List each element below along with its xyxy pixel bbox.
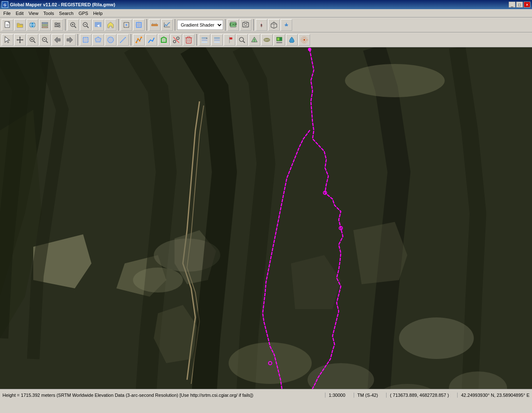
separator2	[118, 19, 119, 31]
svg-point-98	[254, 41, 255, 42]
pan-tool-button[interactable]	[14, 34, 26, 46]
3d-view-button[interactable]	[268, 19, 280, 31]
svg-text:G: G	[3, 3, 6, 7]
svg-line-64	[46, 41, 48, 43]
status-right: 1:30000 TM (S-42) ( 713673.889, 4682728.…	[325, 393, 530, 398]
menu-edit[interactable]: Edit	[13, 10, 26, 17]
route-path	[0, 47, 532, 401]
capture-screen-button[interactable]	[240, 19, 251, 31]
configure-button[interactable]	[52, 19, 63, 31]
svg-rect-103	[277, 38, 279, 40]
digitize-area-button[interactable]	[158, 34, 170, 46]
svg-marker-76	[161, 37, 166, 42]
svg-text:N: N	[261, 22, 262, 25]
menu-search[interactable]: Search	[57, 10, 76, 17]
back-view-button[interactable]	[52, 34, 63, 46]
title-bar: G Global Mapper v11.02 - REGISTERED (Ril…	[0, 0, 532, 9]
svg-rect-104	[280, 38, 282, 40]
menu-tools[interactable]: Tools	[41, 10, 57, 17]
find-feature-button[interactable]	[236, 34, 248, 46]
map-area[interactable]: Height = 1715.392 meters (SRTM Worldwide…	[0, 47, 532, 401]
svg-rect-93	[229, 37, 232, 39]
zoom-out-button[interactable]	[80, 19, 91, 31]
separator8	[131, 34, 131, 46]
sel-circle-button[interactable]	[105, 34, 116, 46]
menu-gps[interactable]: GPS	[76, 10, 91, 17]
svg-rect-87	[202, 42, 207, 43]
web-download-button[interactable]	[27, 19, 38, 31]
title-bar-left: G Global Mapper v11.02 - REGISTERED (Ril…	[2, 1, 115, 8]
sel-line-button[interactable]	[117, 34, 129, 46]
north-arrow-button[interactable]: N	[256, 19, 267, 31]
shader-dropdown[interactable]: Gradient Shader Atlas Shader Slope Shade…	[177, 20, 223, 30]
svg-marker-67	[67, 37, 73, 43]
zoom-sel-button[interactable]	[133, 19, 145, 31]
svg-rect-43	[244, 22, 247, 23]
close-button[interactable]: ✕	[524, 2, 530, 7]
svg-point-73	[137, 38, 139, 40]
svg-point-74	[139, 40, 140, 42]
menu-help[interactable]: Help	[91, 10, 105, 17]
terrain-paint-button[interactable]	[273, 34, 285, 46]
zoom-in-button[interactable]	[67, 19, 79, 31]
menu-view[interactable]: View	[26, 10, 41, 17]
fwd-view-button[interactable]	[64, 34, 76, 46]
svg-point-75	[140, 37, 142, 38]
svg-rect-105	[276, 42, 282, 43]
svg-point-28	[126, 24, 127, 26]
watershed-button[interactable]	[286, 34, 298, 46]
move-up-button[interactable]	[199, 34, 210, 46]
contour-button[interactable]	[261, 34, 273, 46]
svg-line-71	[120, 37, 126, 43]
digitize-line-button[interactable]	[145, 34, 157, 46]
overlay-control-button[interactable]	[39, 19, 51, 31]
flight-sim-button[interactable]	[281, 19, 292, 31]
zoom-home-button[interactable]	[105, 19, 116, 31]
svg-rect-86	[202, 39, 207, 41]
lidar-button[interactable]	[298, 34, 310, 46]
svg-point-72	[135, 42, 137, 43]
status-scale: 1:30000	[325, 393, 345, 398]
select-tool-button[interactable]	[2, 34, 13, 46]
svg-rect-91	[214, 42, 220, 43]
svg-line-60	[34, 41, 35, 43]
svg-line-95	[243, 41, 245, 43]
svg-point-16	[59, 26, 60, 27]
zoom-out-tool-button[interactable]	[39, 34, 51, 46]
status-bar: Height = 1715.392 meters (SRTM Worldwide…	[0, 389, 532, 401]
separator6	[253, 19, 254, 31]
svg-marker-58	[22, 39, 23, 41]
edit-cut-button[interactable]	[170, 34, 182, 46]
zoom-in-tool-button[interactable]	[27, 34, 38, 46]
maximize-button[interactable]: □	[516, 2, 523, 7]
edit-vertex-button[interactable]	[133, 34, 145, 46]
svg-marker-26	[108, 22, 113, 28]
svg-marker-69	[95, 37, 101, 42]
add-waypoint-button[interactable]	[224, 34, 235, 46]
svg-text:EXP: EXP	[229, 22, 237, 27]
new-button[interactable]	[2, 19, 13, 31]
menu-bar: File Edit View Tools Search GPS Help	[0, 9, 532, 17]
elev-query-button[interactable]	[249, 34, 260, 46]
svg-marker-55	[19, 37, 21, 38]
measure-button[interactable]	[149, 19, 160, 31]
path-profile-button[interactable]	[161, 19, 173, 31]
sel-rect-button[interactable]	[80, 34, 91, 46]
prev-view-button[interactable]: ◀	[92, 19, 104, 31]
separator1	[65, 19, 66, 31]
zoom-box-button[interactable]	[121, 19, 132, 31]
svg-text:◀: ◀	[97, 24, 100, 27]
svg-marker-52	[5, 37, 10, 43]
separator3	[146, 19, 147, 31]
svg-line-22	[87, 26, 89, 28]
separator5	[225, 19, 226, 31]
status-latlon: 42.24993930° N, 23.58904895° E	[457, 393, 530, 398]
export-button[interactable]: EXP	[227, 19, 239, 31]
del-feature-button[interactable]	[183, 34, 195, 46]
menu-file[interactable]: File	[1, 10, 13, 17]
minimize-button[interactable]: _	[509, 2, 515, 7]
sel-polygon-button[interactable]	[92, 34, 104, 46]
open-button[interactable]	[14, 19, 26, 31]
move-down-button[interactable]	[211, 34, 223, 46]
app-icon: G	[2, 1, 8, 8]
